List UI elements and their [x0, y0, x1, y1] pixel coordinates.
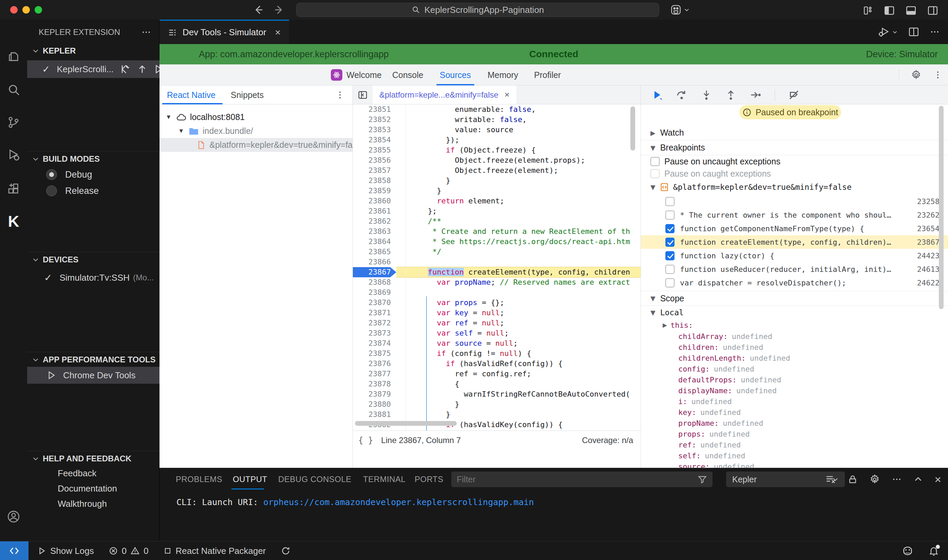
panel-tab-ports[interactable]: PORTS	[415, 468, 443, 491]
panel-tab-terminal[interactable]: TERMINAL	[363, 468, 406, 491]
breakpoint-checkbox[interactable]	[665, 238, 675, 247]
breakpoint-checkbox[interactable]	[665, 265, 675, 274]
watch-section-header[interactable]: ▶ Watch	[641, 125, 948, 140]
scope-variable-row[interactable]: props:undefined	[641, 428, 948, 439]
resume-script-icon[interactable]	[651, 89, 662, 101]
code-line[interactable]: 23858 }	[353, 175, 641, 186]
scope-local-group[interactable]: ▼ Local	[641, 306, 948, 319]
line-number[interactable]: 23871	[353, 308, 396, 318]
close-tab-icon[interactable]: ×	[275, 27, 281, 38]
devtools-tab-welcome[interactable]: Welcome	[331, 65, 382, 85]
line-number[interactable]: 23874	[353, 338, 396, 348]
zoom-window-button[interactable]	[35, 6, 42, 14]
checkbox[interactable]	[650, 169, 659, 178]
devtools-tab-sources[interactable]: Sources	[440, 65, 471, 85]
devtools-settings-gear-icon[interactable]	[911, 69, 922, 80]
packager-status[interactable]: React Native Packager	[164, 546, 266, 556]
line-number[interactable]: 23862	[353, 216, 396, 226]
more-actions-icon[interactable]	[141, 27, 159, 37]
line-number[interactable]: 23879	[353, 389, 396, 399]
code-line[interactable]: 23869	[353, 288, 641, 298]
line-number[interactable]: 23857	[353, 165, 396, 175]
navigator-tab-snippets[interactable]: Snippets	[231, 85, 264, 105]
scope-variable-row[interactable]: ref:undefined	[641, 439, 948, 450]
maximize-panel-icon[interactable]	[913, 475, 923, 484]
file-tab[interactable]: &platform=keple...e&minify=false ×	[372, 85, 516, 104]
section-help-feedback[interactable]: HELP AND FEEDBACK	[27, 451, 159, 466]
navigator-tab-react-native[interactable]: React Native	[167, 85, 215, 105]
run-debug-icon[interactable]	[0, 143, 27, 167]
navigator-more-icon[interactable]	[335, 90, 345, 100]
code-line[interactable]: 23852 writable: false,	[353, 115, 641, 125]
radio-button[interactable]	[46, 169, 57, 180]
code-line[interactable]: 23881 }	[353, 409, 641, 420]
line-number[interactable]: 23877	[353, 369, 396, 379]
devtools-menu-icon[interactable]	[933, 70, 943, 80]
panel-tab-problems[interactable]: PROBLEMS	[176, 468, 222, 491]
line-number[interactable]: 23878	[353, 379, 396, 389]
line-number[interactable]: 23875	[353, 348, 396, 358]
breakpoint-row[interactable]: var dispatcher = resolveDispatcher();246…	[641, 276, 948, 289]
breakpoint-row[interactable]: function getComponentNameFromType(type) …	[641, 222, 948, 235]
show-logs-button[interactable]: Show Logs	[37, 546, 94, 556]
output-filter[interactable]	[451, 472, 713, 487]
code-line[interactable]: 23861 };	[353, 206, 641, 216]
panel-tab-output[interactable]: OUTPUT	[233, 468, 267, 491]
device-item[interactable]: ✓ Simulator:Tv:SSH (Mo...	[27, 269, 159, 286]
line-number[interactable]: 23856	[353, 155, 396, 165]
lock-icon[interactable]	[848, 474, 858, 485]
code-line[interactable]: 23875 if (config != null) {	[353, 348, 641, 358]
build-mode-option-debug[interactable]: Debug	[27, 166, 159, 183]
more-actions-icon[interactable]	[929, 27, 940, 37]
line-number[interactable]: 23867	[353, 267, 396, 277]
history-forward-button[interactable]	[273, 4, 285, 15]
line-number[interactable]: 23854	[353, 135, 396, 145]
help-item-documentation[interactable]: Documentation	[27, 481, 159, 496]
code-line[interactable]: 23853 value: source	[353, 125, 641, 135]
explorer-icon[interactable]	[0, 45, 27, 69]
code-line[interactable]: 23857 Object.freeze(element);	[353, 165, 641, 175]
devtools-tab-memory[interactable]: Memory	[488, 65, 518, 85]
line-number[interactable]: 23866	[353, 257, 396, 267]
code-line[interactable]: 23864 * See https://reactjs.org/docs/rea…	[353, 237, 641, 247]
breakpoint-checkbox[interactable]	[665, 197, 675, 206]
scope-variable-row[interactable]: childrenLength:undefined	[641, 352, 948, 363]
pause-option[interactable]: Pause on caught exceptions	[641, 168, 948, 180]
line-number[interactable]: 23873	[353, 328, 396, 338]
code-line[interactable]: 23863 * Create and return a new ReactEle…	[353, 226, 641, 237]
code-line[interactable]: 23877 ref = config.ref;	[353, 369, 641, 379]
line-number[interactable]: 23855	[353, 145, 396, 155]
code-editor[interactable]: 23851 enumerable: false,23852 writable: …	[353, 105, 641, 431]
checkbox[interactable]	[650, 157, 659, 166]
breakpoint-checkbox[interactable]	[665, 251, 675, 260]
layout-presets-button[interactable]	[670, 4, 690, 15]
code-line[interactable]: 23856 Object.freeze(element.props);	[353, 155, 641, 165]
line-number[interactable]: 23859	[353, 186, 396, 196]
deactivate-breakpoints-icon[interactable]	[788, 89, 800, 101]
breakpoint-row[interactable]: 23258	[641, 195, 948, 208]
scope-this-row[interactable]: ▶ this:	[641, 319, 948, 331]
kepler-app-item[interactable]: ✓ KeplerScrolli...	[27, 60, 159, 78]
code-line[interactable]: 23880 }	[353, 399, 641, 409]
code-line[interactable]: 23870 var props = {};	[353, 298, 641, 308]
code-line[interactable]: 23865 */	[353, 247, 641, 257]
line-number[interactable]: 23865	[353, 247, 396, 257]
toggle-navigator-icon[interactable]	[358, 90, 368, 100]
tree-item[interactable]: ▼localhost:8081	[159, 110, 352, 124]
filter-funnel-icon[interactable]	[698, 475, 707, 484]
code-line[interactable]: 23859 }	[353, 186, 641, 196]
command-center-search[interactable]: KeplerScrollingApp-Pagination	[296, 3, 659, 17]
clear-output-icon[interactable]	[825, 474, 836, 485]
scope-variable-row[interactable]: displayName:undefined	[641, 385, 948, 396]
line-number[interactable]: 23861	[353, 206, 396, 216]
braces-icon[interactable]: { }	[358, 435, 373, 445]
copilot-icon[interactable]	[902, 545, 913, 557]
breakpoint-checkbox[interactable]	[665, 224, 675, 233]
tree-item[interactable]: &platform=kepler&dev=true&minify=fa	[159, 138, 352, 152]
breakpoint-row[interactable]: function useReducer(reducer, initialArg,…	[641, 262, 948, 276]
help-item-walkthrough[interactable]: Walkthrough	[27, 496, 159, 512]
code-line[interactable]: 23876 if (hasValidRef(config)) {	[353, 358, 641, 369]
search-icon[interactable]	[0, 78, 27, 102]
line-number[interactable]: 23863	[353, 226, 396, 237]
code-line[interactable]: 23862 /**	[353, 216, 641, 226]
